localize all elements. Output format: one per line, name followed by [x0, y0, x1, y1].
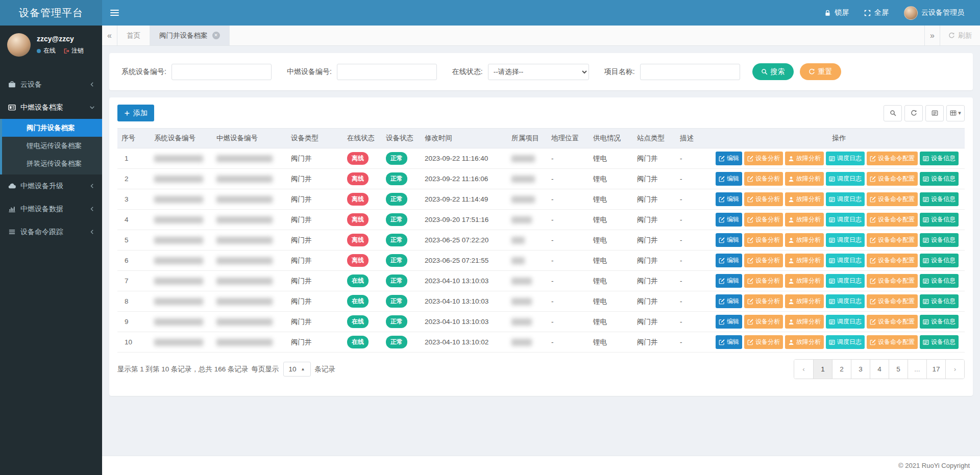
tabs-scroll-right-button[interactable]: »	[924, 26, 940, 45]
edit-button[interactable]: 编辑	[716, 172, 742, 186]
device-command-config-button[interactable]: 设备命令配置	[867, 294, 918, 308]
edit-button[interactable]: 编辑	[716, 233, 742, 247]
add-button[interactable]: 添加	[117, 105, 154, 121]
reset-button[interactable]: 重置	[800, 63, 841, 80]
pager-page-button[interactable]: 4	[870, 360, 889, 379]
fault-analysis-button[interactable]: 故障分析	[785, 254, 824, 267]
online-status-select[interactable]: --请选择--	[488, 64, 589, 80]
fault-analysis-button[interactable]: 故障分析	[785, 213, 824, 227]
device-info-button[interactable]: 设备信息	[920, 233, 959, 247]
device-analysis-button[interactable]: 设备分析	[744, 335, 783, 349]
fault-analysis-button[interactable]: 故障分析	[785, 274, 824, 288]
dispatch-log-button[interactable]: 调度日志	[826, 274, 865, 288]
device-info-button[interactable]: 设备信息	[920, 192, 959, 206]
device-info-button[interactable]: 设备信息	[920, 152, 959, 165]
edit-button[interactable]: 编辑	[716, 274, 742, 288]
dispatch-log-button[interactable]: 调度日志	[826, 315, 865, 329]
device-analysis-button[interactable]: 设备分析	[744, 192, 783, 206]
sidebar-item-lithium-remote-archive[interactable]: 锂电远传设备档案	[2, 137, 102, 155]
fault-analysis-button[interactable]: 故障分析	[785, 294, 824, 308]
device-command-config-button[interactable]: 设备命令配置	[867, 315, 918, 329]
edit-button[interactable]: 编辑	[716, 335, 742, 349]
gas-device-no-input[interactable]	[337, 64, 437, 80]
table-detail-view-button[interactable]	[925, 105, 944, 121]
page-size-select[interactable]: 10 ▲	[283, 362, 311, 377]
device-analysis-button[interactable]: 设备分析	[744, 152, 783, 165]
device-command-config-button[interactable]: 设备命令配置	[867, 274, 918, 288]
sidebar-item-assembled-remote-archive[interactable]: 拼装远传设备档案	[2, 155, 102, 172]
device-info-button[interactable]: 设备信息	[920, 294, 959, 308]
device-analysis-button[interactable]: 设备分析	[744, 294, 783, 308]
close-icon[interactable]: ✕	[212, 32, 220, 39]
sidebar-item-device-command-track[interactable]: 设备命令跟踪	[0, 220, 102, 243]
fault-analysis-button[interactable]: 故障分析	[785, 315, 824, 329]
device-analysis-button[interactable]: 设备分析	[744, 213, 783, 227]
device-command-config-button[interactable]: 设备命令配置	[867, 213, 918, 227]
edit-button[interactable]: 编辑	[716, 192, 742, 206]
table-columns-button[interactable]: ▾	[946, 105, 965, 121]
dispatch-log-button[interactable]: 调度日志	[826, 213, 865, 227]
user-menu[interactable]: 云设备管理员	[896, 0, 972, 26]
device-command-config-button[interactable]: 设备命令配置	[867, 152, 918, 165]
logout-button[interactable]: 注销	[63, 46, 84, 55]
sidebar-toggle-button[interactable]	[102, 0, 127, 26]
device-analysis-button[interactable]: 设备分析	[744, 274, 783, 288]
device-command-config-button[interactable]: 设备命令配置	[867, 192, 918, 206]
device-analysis-button[interactable]: 设备分析	[744, 315, 783, 329]
edit-button[interactable]: 编辑	[716, 254, 742, 267]
device-command-config-button[interactable]: 设备命令配置	[867, 172, 918, 186]
dispatch-log-button[interactable]: 调度日志	[826, 233, 865, 247]
lock-screen-button[interactable]: 锁屏	[817, 0, 856, 26]
search-button[interactable]: 搜索	[752, 63, 794, 80]
dispatch-log-button[interactable]: 调度日志	[826, 335, 865, 349]
device-info-button[interactable]: 设备信息	[920, 254, 959, 267]
sidebar-item-gas-device-upgrade[interactable]: 中燃设备升级	[0, 174, 102, 197]
device-analysis-button[interactable]: 设备分析	[744, 172, 783, 186]
device-info-button[interactable]: 设备信息	[920, 335, 959, 349]
edit-button[interactable]: 编辑	[716, 213, 742, 227]
project-name-input[interactable]	[640, 64, 740, 80]
device-analysis-button[interactable]: 设备分析	[744, 254, 783, 267]
pager-page-button[interactable]: 17	[926, 360, 945, 379]
pager-prev-button[interactable]: ‹	[794, 360, 813, 379]
pager-next-button[interactable]: ›	[945, 360, 964, 379]
system-device-no-input[interactable]	[172, 64, 272, 80]
fault-analysis-button[interactable]: 故障分析	[785, 233, 824, 247]
device-command-config-button[interactable]: 设备命令配置	[867, 254, 918, 267]
refresh-tab-button[interactable]: 刷新	[940, 26, 980, 45]
tab-valve-well-archive[interactable]: 阀门井设备档案 ✕	[150, 26, 230, 45]
edit-button[interactable]: 编辑	[716, 294, 742, 308]
row-index-cell: 10	[117, 332, 150, 353]
sidebar-item-gas-device-data[interactable]: 中燃设备数据	[0, 197, 102, 220]
fault-analysis-button[interactable]: 故障分析	[785, 192, 824, 206]
device-info-button[interactable]: 设备信息	[920, 274, 959, 288]
dispatch-log-button[interactable]: 调度日志	[826, 152, 865, 165]
dispatch-log-button[interactable]: 调度日志	[826, 254, 865, 267]
fullscreen-button[interactable]: 全屏	[856, 0, 896, 26]
device-command-config-button[interactable]: 设备命令配置	[867, 335, 918, 349]
dispatch-log-button[interactable]: 调度日志	[826, 294, 865, 308]
fault-analysis-button[interactable]: 故障分析	[785, 335, 824, 349]
table-refresh-button[interactable]	[904, 105, 923, 121]
pager-page-button[interactable]: 5	[889, 360, 908, 379]
device-info-button[interactable]: 设备信息	[920, 315, 959, 329]
tab-home[interactable]: 首页	[117, 26, 150, 45]
dispatch-log-button[interactable]: 调度日志	[826, 172, 865, 186]
tabs-scroll-left-button[interactable]: «	[102, 26, 117, 45]
fault-analysis-button[interactable]: 故障分析	[785, 172, 824, 186]
device-analysis-button[interactable]: 设备分析	[744, 233, 783, 247]
device-info-button[interactable]: 设备信息	[920, 172, 959, 186]
device-info-button[interactable]: 设备信息	[920, 213, 959, 227]
sidebar-item-valve-well-archive[interactable]: 阀门井设备档案	[2, 119, 102, 137]
edit-button[interactable]: 编辑	[716, 152, 742, 165]
pager-page-button[interactable]: 2	[832, 360, 851, 379]
pager-page-button[interactable]: 1	[813, 360, 832, 379]
edit-button[interactable]: 编辑	[716, 315, 742, 329]
sidebar-item-gas-device-archive[interactable]: 中燃设备档案	[0, 96, 102, 119]
fault-analysis-button[interactable]: 故障分析	[785, 152, 824, 165]
table-search-button[interactable]	[884, 105, 902, 121]
pager-page-button[interactable]: 3	[851, 360, 870, 379]
dispatch-log-button[interactable]: 调度日志	[826, 192, 865, 206]
device-command-config-button[interactable]: 设备命令配置	[867, 233, 918, 247]
sidebar-item-cloud-device[interactable]: 云设备	[0, 73, 102, 96]
